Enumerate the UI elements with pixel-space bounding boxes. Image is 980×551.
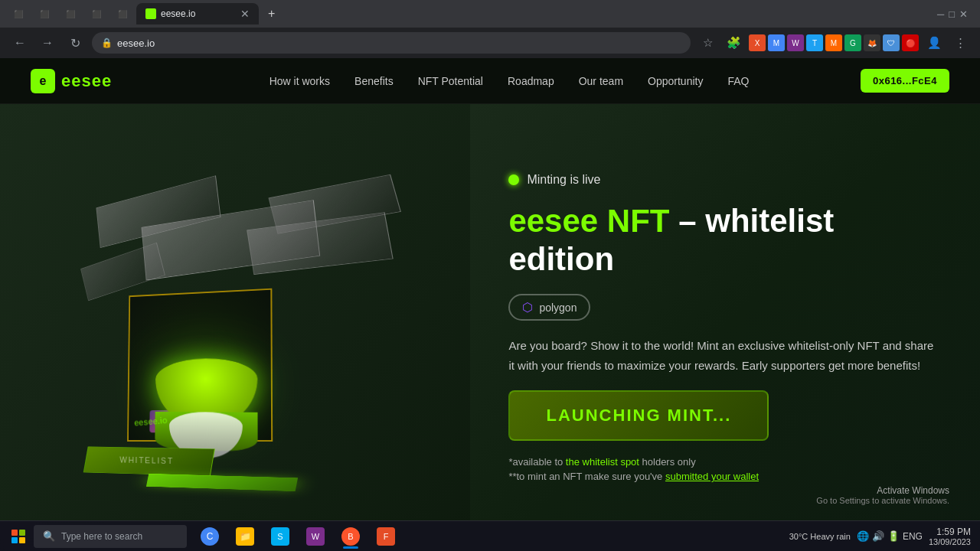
logo-text: eesee — [61, 71, 112, 91]
ssl-lock-icon: 🔒 — [101, 37, 113, 48]
taskbar-app-3[interactable]: F — [369, 523, 403, 550]
menu-icon[interactable]: ⋮ — [949, 32, 971, 54]
ext-icon-3[interactable]: W — [787, 34, 804, 51]
profile-icon[interactable]: 👤 — [923, 32, 945, 54]
system-tray: 30°C Heavy rain 🌐 🔊 🔋 ENG 1:59 PM 13/09/… — [789, 527, 974, 546]
polygon-label: polygon — [539, 302, 577, 314]
weather-widget: 30°C Heavy rain — [789, 532, 851, 541]
browser-toolbar: ← → ↻ 🔒 eesee.io ☆ 🧩 X M W T M G 🦊 🛡 🔴 👤 — [0, 28, 980, 58]
app-icon-3: F — [377, 527, 395, 546]
whitelist-watermark: WHITELIST — [119, 455, 174, 466]
browser-window: ⬛ ⬛ ⬛ ⬛ ⬛ eesee.io ✕ + ─ □ ✕ ← → ↻ 🔒 ees… — [0, 0, 980, 58]
ext-icon-2[interactable]: M — [768, 34, 785, 51]
ext-icon-9[interactable]: 🔴 — [902, 34, 919, 51]
tab-close-button[interactable]: ✕ — [240, 8, 250, 20]
system-clock[interactable]: 1:59 PM 13/09/2023 — [929, 527, 971, 546]
logo[interactable]: e eesee — [31, 69, 112, 93]
ext-icon-6[interactable]: G — [844, 34, 861, 51]
note1-link[interactable]: the whitelist spot — [566, 456, 639, 468]
tab-new[interactable]: + — [260, 3, 283, 24]
address-bar[interactable]: 🔒 eesee.io — [92, 32, 691, 54]
start-button[interactable] — [6, 524, 31, 549]
nft-word: NFT — [607, 203, 670, 239]
taskbar-app-browser[interactable]: C — [193, 523, 227, 550]
note1-suffix: holders only — [639, 456, 696, 468]
app-icon-1: S — [271, 527, 289, 546]
note-whitelist: *available to the whitelist spot holders… — [508, 456, 942, 468]
minting-live-text: Minting is live — [527, 173, 600, 187]
ext-icon-1[interactable]: X — [749, 34, 766, 51]
forward-button[interactable]: → — [37, 32, 58, 54]
ext-icon-5[interactable]: M — [825, 34, 842, 51]
tab-inactive[interactable]: ⬛ — [6, 3, 31, 24]
polygon-button[interactable]: ⬡ polygon — [508, 294, 590, 321]
sys-icons: 🌐 🔊 🔋 ENG — [857, 530, 923, 542]
wallet-connect-button[interactable]: 0x616...FcE4 — [861, 69, 949, 93]
volume-icon[interactable]: 🔊 — [872, 530, 884, 542]
taskbar: 🔍 Type here to search C 📁 S W B F 30°C H… — [0, 520, 980, 551]
tab-title: eesee.io — [161, 8, 195, 19]
taskbar-app-1[interactable]: S — [263, 523, 297, 550]
note2-link[interactable]: submitted your wallet — [665, 471, 759, 482]
search-icon: 🔍 — [43, 530, 55, 542]
activate-subtitle: Go to Settings to activate Windows. — [816, 496, 949, 505]
live-dot-icon — [508, 174, 519, 185]
back-button[interactable]: ← — [9, 32, 31, 54]
logo-icon: e — [31, 69, 55, 93]
tab-inactive[interactable]: ⬛ — [32, 3, 57, 24]
browser-actions: ☆ 🧩 X M W T M G 🦊 🛡 🔴 👤 ⋮ — [697, 32, 971, 54]
tab-inactive[interactable]: ⬛ — [84, 3, 109, 24]
tab-active[interactable]: eesee.io ✕ — [136, 3, 259, 24]
footer-notes: *available to the whitelist spot holders… — [508, 456, 942, 482]
nav-opportunity[interactable]: Opportunity — [648, 75, 703, 87]
time-display: 1:59 PM — [929, 527, 971, 537]
taskbar-search[interactable]: 🔍 Type here to search — [34, 525, 187, 548]
refresh-button[interactable]: ↻ — [64, 32, 86, 54]
active-app-indicator — [343, 546, 358, 549]
close-icon[interactable]: ✕ — [959, 8, 968, 20]
tab-inactive[interactable]: ⬛ — [58, 3, 83, 24]
search-placeholder-text: Type here to search — [61, 531, 142, 542]
taskbar-active-app[interactable]: B — [334, 523, 368, 550]
bottom-platform-glow — [146, 474, 298, 491]
brave-icon: B — [341, 527, 360, 546]
nav-nft-potential[interactable]: NFT Potential — [418, 75, 483, 87]
minimize-icon[interactable]: ─ — [937, 8, 944, 20]
nav-roadmap[interactable]: Roadmap — [508, 75, 554, 87]
ext-icon-8[interactable]: 🛡 — [883, 34, 900, 51]
nav-faq[interactable]: FAQ — [727, 75, 749, 87]
note2-prefix: **to mint an NFT make sure you've — [508, 471, 665, 482]
hero-description: Are you board? Show it to the world! Min… — [508, 336, 942, 375]
note-wallet: **to mint an NFT make sure you've submit… — [508, 471, 942, 482]
network-icon[interactable]: 🌐 — [857, 530, 869, 542]
ext-icon-4[interactable]: T — [806, 34, 823, 51]
nft-visual-area: eesee.io WHITELIST — [0, 104, 470, 551]
tab-favicon — [145, 8, 156, 19]
taskbar-apps: C 📁 S W B F — [193, 523, 403, 550]
windows-logo-icon — [11, 530, 25, 543]
extension-puzzle-icon[interactable]: 🧩 — [723, 32, 744, 54]
mint-button[interactable]: LAUNCHING MINT... — [508, 390, 769, 441]
maximize-icon[interactable]: □ — [949, 8, 955, 20]
nav-benefits[interactable]: Benefits — [354, 75, 394, 87]
navbar: e eesee How it works Benefits NFT Potent… — [0, 58, 980, 104]
hero-content: Minting is live eesee NFT – whitelist ed… — [470, 104, 980, 551]
note1-prefix: *available to — [508, 456, 565, 468]
nav-how-it-works[interactable]: How it works — [270, 75, 330, 87]
hero-title: eesee NFT – whitelist edition — [508, 202, 942, 279]
nav-links: How it works Benefits NFT Potential Road… — [158, 75, 861, 87]
taskbar-app-files[interactable]: 📁 — [228, 523, 262, 550]
windows-activation: Activate Windows Go to Settings to activ… — [816, 485, 949, 505]
ext-icon-7[interactable]: 🦊 — [864, 34, 880, 51]
extensions-row: X M W T M G 🦊 🛡 🔴 — [749, 34, 919, 51]
tab-inactive[interactable]: ⬛ — [110, 3, 135, 24]
bookmark-icon[interactable]: ☆ — [697, 32, 718, 54]
hero-section: eesee.io WHITELIST Minting is live eesee… — [0, 104, 980, 551]
battery-icon[interactable]: 🔋 — [887, 530, 900, 542]
taskbar-app-2[interactable]: W — [299, 523, 332, 550]
nav-our-team[interactable]: Our team — [579, 75, 623, 87]
tab-bar: ⬛ ⬛ ⬛ ⬛ ⬛ eesee.io ✕ + ─ □ ✕ — [0, 0, 980, 28]
activate-title: Activate Windows — [816, 485, 949, 496]
polygon-icon: ⬡ — [522, 300, 533, 315]
app-icon-2: W — [306, 527, 325, 546]
